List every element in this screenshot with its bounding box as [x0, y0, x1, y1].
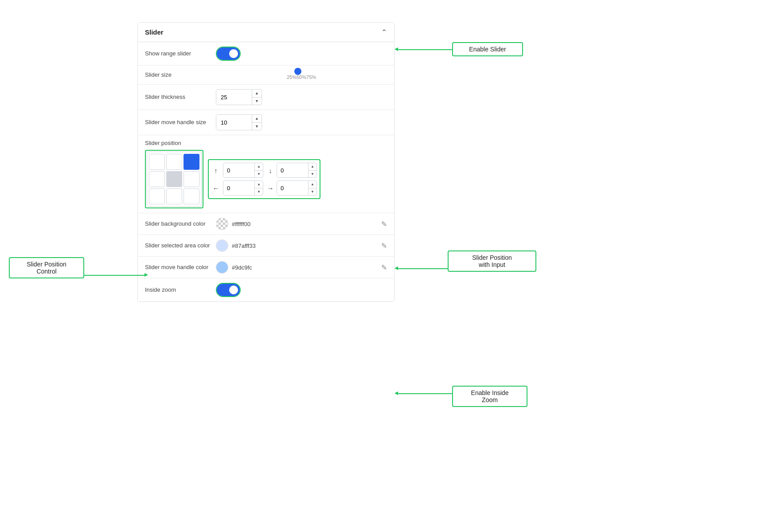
- slider-move-handle-control: ▲ ▼: [216, 114, 387, 130]
- left-input-down[interactable]: ▼: [255, 188, 263, 196]
- enable-slider-line: [396, 49, 452, 50]
- enable-slider-arrowhead: [394, 47, 398, 51]
- down-input[interactable]: [277, 163, 308, 177]
- show-range-slider-toggle[interactable]: [217, 47, 240, 60]
- show-range-slider-highlight: [216, 47, 241, 61]
- slider-thumb[interactable]: [294, 68, 301, 75]
- position-inputs: ↑ ▲ ▼ ↓: [211, 163, 317, 196]
- left-input-wrap: ▲ ▼: [223, 180, 263, 196]
- slider-size-row: Slider size 25% 50% 75%: [138, 66, 394, 85]
- slider-thickness-input-wrap: ▲ ▼: [216, 89, 262, 105]
- slider-move-handle-label: Slider move handle size: [145, 118, 216, 126]
- slider-bg-color-row: Slider background color #ffffff00 ✎: [138, 213, 394, 235]
- down-input-arrows: ▲ ▼: [308, 163, 316, 177]
- inside-zoom-toggle[interactable]: [217, 284, 240, 296]
- selected-color-value: #87afff33: [232, 243, 381, 249]
- position-input-text: Slider Positionwith Input: [472, 254, 512, 268]
- enable-inside-zoom-annotation: Enable InsideZoom: [452, 386, 527, 407]
- position-control-annotation: Slider PositionControl: [9, 257, 84, 278]
- pos-cell-2-active[interactable]: [184, 154, 199, 170]
- handle-color-edit-icon[interactable]: ✎: [381, 263, 387, 272]
- slider-move-handle-down[interactable]: ▼: [252, 123, 262, 130]
- slider-label-25: 25%: [287, 74, 297, 80]
- right-input-down[interactable]: ▼: [308, 188, 316, 196]
- slider-position-label: Slider position: [145, 140, 387, 146]
- slider-panel: Slider ⌃ Show range slider Slider size: [137, 22, 394, 302]
- slider-thickness-arrows: ▲ ▼: [252, 90, 262, 105]
- slider-selected-color-label: Slider selected area color: [145, 242, 216, 250]
- enable-inside-zoom-arrowhead: [394, 391, 398, 395]
- down-arrow-icon: ↓: [266, 167, 275, 174]
- inside-zoom-control: [216, 283, 387, 297]
- enable-inside-zoom-line: [396, 393, 452, 394]
- inside-zoom-label: Inside zoom: [145, 286, 216, 294]
- right-input-arrows: ▲ ▼: [308, 181, 316, 195]
- enable-inside-zoom-text: Enable InsideZoom: [471, 389, 509, 403]
- bg-color-edit-icon[interactable]: ✎: [381, 220, 387, 228]
- collapse-icon[interactable]: ⌃: [381, 28, 387, 36]
- right-input[interactable]: [277, 181, 308, 195]
- handle-color-value: #9dc9fc: [232, 264, 381, 271]
- pos-cell-8[interactable]: [184, 188, 199, 204]
- slider-thickness-label: Slider thickness: [145, 93, 216, 101]
- pos-cell-center[interactable]: [166, 171, 182, 187]
- panel-title: Slider: [145, 28, 164, 36]
- toggle-knob: [229, 49, 238, 58]
- slider-selected-color-row: Slider selected area color #87afff33 ✎: [138, 235, 394, 257]
- up-input-down[interactable]: ▼: [255, 171, 263, 178]
- inside-zoom-row: Inside zoom: [138, 278, 394, 301]
- enable-slider-annotation: Enable Slider: [452, 42, 523, 56]
- up-input[interactable]: [223, 163, 254, 177]
- slider-thickness-row: Slider thickness ▲ ▼: [138, 85, 394, 110]
- slider-label-50: 50%: [297, 74, 306, 80]
- slider-move-handle-arrows: ▲ ▼: [252, 115, 262, 130]
- position-control-line: [84, 275, 144, 276]
- bg-color-swatch[interactable]: [216, 218, 228, 230]
- slider-labels: 25% 50% 75%: [282, 74, 320, 80]
- down-input-up[interactable]: ▲: [308, 163, 316, 171]
- up-arrow-icon: ↑: [211, 167, 220, 174]
- pos-cell-5[interactable]: [184, 171, 199, 187]
- slider-position-section: Slider position: [138, 135, 394, 213]
- pos-cell-7[interactable]: [166, 188, 182, 204]
- slider-move-handle-input[interactable]: [216, 115, 252, 130]
- show-range-slider-control: [216, 47, 387, 61]
- position-grid: [147, 152, 202, 207]
- slider-bg-color-label: Slider background color: [145, 220, 216, 228]
- down-input-down[interactable]: ▼: [308, 171, 316, 178]
- pos-cell-1[interactable]: [166, 154, 182, 170]
- show-range-slider-row: Show range slider: [138, 42, 394, 66]
- slider-thickness-control: ▲ ▼: [216, 89, 387, 105]
- left-input[interactable]: [223, 181, 254, 195]
- slider-handle-color-label: Slider move handle color: [145, 263, 216, 271]
- inside-zoom-knob: [229, 286, 238, 294]
- position-grid-wrap: ↑ ▲ ▼ ↓: [145, 150, 387, 208]
- right-group: → ▲ ▼: [266, 180, 317, 196]
- pos-cell-0[interactable]: [149, 154, 165, 170]
- slider-thickness-down[interactable]: ▼: [252, 98, 262, 105]
- down-group: ↓ ▲ ▼: [266, 163, 317, 178]
- selected-color-swatch[interactable]: [216, 239, 228, 252]
- panel-header: Slider ⌃: [138, 23, 394, 42]
- left-arrow-icon: ←: [211, 184, 220, 192]
- left-input-arrows: ▲ ▼: [254, 181, 263, 195]
- left-input-up[interactable]: ▲: [255, 181, 263, 188]
- up-input-wrap: ▲ ▼: [223, 163, 263, 178]
- slider-thickness-input[interactable]: [216, 90, 252, 105]
- handle-color-swatch[interactable]: [216, 261, 228, 274]
- pos-cell-3[interactable]: [149, 171, 165, 187]
- panel-container: Slider ⌃ Show range slider Slider size: [137, 22, 394, 302]
- slider-move-handle-input-wrap: ▲ ▼: [216, 114, 262, 130]
- right-arrow-icon: →: [266, 184, 275, 192]
- selected-color-edit-icon[interactable]: ✎: [381, 242, 387, 250]
- position-control-arrowhead: [144, 273, 148, 277]
- down-input-wrap: ▲ ▼: [277, 163, 317, 178]
- slider-size-control: 25% 50% 75%: [216, 70, 387, 80]
- slider-handle-color-row: Slider move handle color #9dc9fc ✎: [138, 257, 394, 278]
- slider-move-handle-up[interactable]: ▲: [252, 115, 262, 123]
- up-input-arrows: ▲ ▼: [254, 163, 263, 177]
- right-input-up[interactable]: ▲: [308, 181, 316, 188]
- slider-thickness-up[interactable]: ▲: [252, 90, 262, 98]
- pos-cell-6[interactable]: [149, 188, 165, 204]
- up-input-up[interactable]: ▲: [255, 163, 263, 171]
